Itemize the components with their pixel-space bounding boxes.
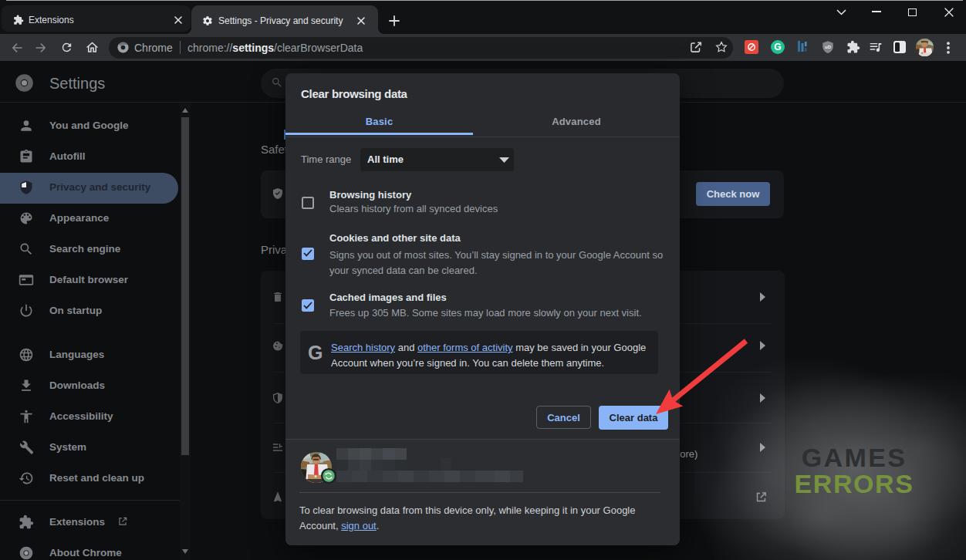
svg-text:uD: uD [825, 45, 832, 49]
